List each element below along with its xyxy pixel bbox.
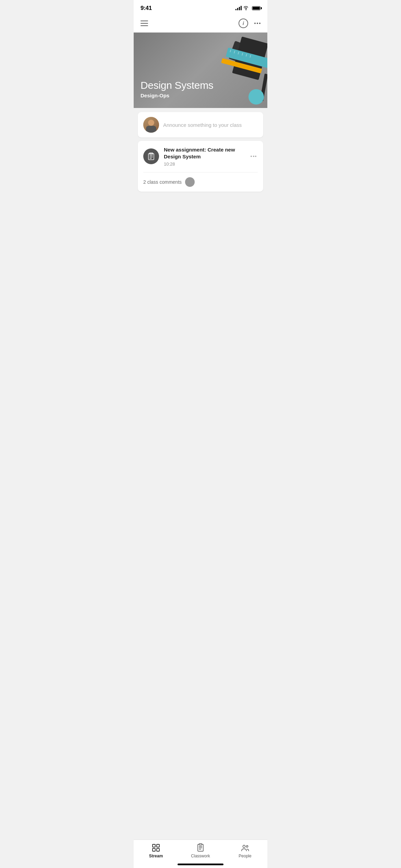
menu-button[interactable]: [141, 21, 148, 26]
comment-avatar: [185, 177, 195, 187]
assignment-card[interactable]: New assignment: Create new Design System…: [138, 141, 263, 192]
top-nav: i: [134, 14, 267, 33]
hero-banner: Design Systems Design-Ops: [134, 33, 267, 108]
assignment-more-button[interactable]: [249, 154, 258, 158]
status-bar: 9:41: [134, 0, 267, 14]
signal-icon: [235, 6, 242, 10]
comments-text: 2 class comments: [143, 179, 182, 185]
announce-placeholder: Announce something to your class: [163, 122, 242, 128]
class-title: Design Systems: [141, 80, 214, 91]
status-icons: [235, 5, 260, 11]
battery-icon: [252, 6, 260, 10]
assignment-title: New assignment: Create new Design System: [164, 146, 244, 160]
assignment-comments[interactable]: 2 class comments: [138, 172, 263, 192]
wifi-icon: [244, 5, 250, 11]
class-subtitle: Design-Ops: [141, 93, 214, 98]
hero-text: Design Systems Design-Ops: [141, 80, 214, 98]
assignment-header: New assignment: Create new Design System…: [138, 141, 263, 172]
announce-card[interactable]: Announce something to your class: [138, 112, 263, 137]
nav-right-icons: i: [239, 19, 260, 28]
info-button[interactable]: i: [239, 19, 248, 28]
avatar: [143, 117, 159, 133]
assignment-icon: [143, 148, 159, 164]
main-content: Announce something to your class New ass…: [134, 108, 267, 196]
assignment-info: New assignment: Create new Design System…: [164, 146, 244, 167]
status-time: 9:41: [141, 5, 152, 12]
assignment-time: 10:28: [164, 161, 244, 167]
svg-point-0: [246, 9, 246, 10]
circle-decoration: [248, 89, 264, 105]
more-button[interactable]: [254, 23, 260, 24]
empty-area: [134, 196, 267, 292]
